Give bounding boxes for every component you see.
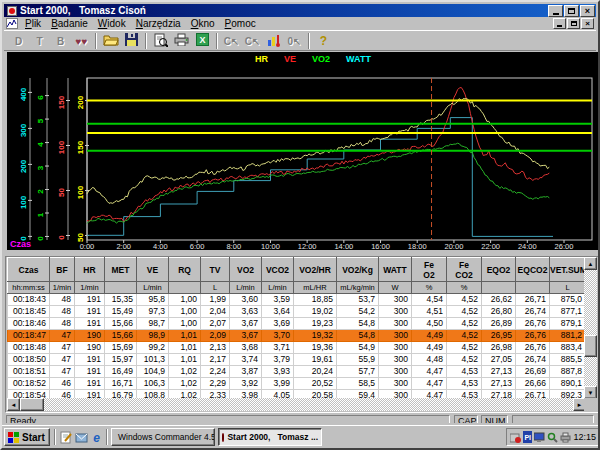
table-cell: 20,52	[294, 378, 337, 390]
task-button-start2000[interactable]: Start 2000, Tomasz ...	[218, 428, 322, 446]
menu-item-plik[interactable]: Plik	[20, 18, 46, 29]
legend-item-watt: WATT	[346, 54, 371, 64]
letter-b-icon: B	[57, 35, 64, 47]
menu-item-widok[interactable]: Widok	[93, 18, 131, 29]
column-header[interactable]: VCO2	[262, 258, 294, 282]
column-header[interactable]: Fe CO2	[447, 258, 482, 282]
table-cell: 2,24	[201, 366, 230, 378]
task-button-label: Windows Commander 4.51...	[118, 432, 215, 442]
table-cell: 4,54	[412, 294, 447, 306]
quick-launch-mail-icon[interactable]	[74, 430, 89, 445]
app-icon[interactable]	[7, 6, 17, 16]
tray-printer-icon[interactable]	[560, 431, 571, 443]
series-vo2-line	[87, 143, 549, 223]
help-icon: ?	[320, 34, 327, 48]
table-cell: 3,64	[262, 306, 294, 318]
temperature-button[interactable]	[263, 32, 284, 50]
table-row-selected[interactable]: 00:18:474719015,6698,91,012,093,673,7019…	[8, 330, 586, 342]
title-bar[interactable]: Start 2000, Tomasz Cisoń ×	[4, 4, 596, 17]
child-restore-button[interactable]	[567, 18, 580, 29]
vertical-scrollbar[interactable]: ▲ ▼	[584, 257, 597, 399]
close-button[interactable]: ×	[580, 5, 595, 17]
column-header[interactable]: VO2	[230, 258, 262, 282]
column-header[interactable]: VE	[137, 258, 169, 282]
excel-export-button[interactable]: X	[192, 32, 213, 50]
toolbar-separator	[216, 33, 218, 49]
column-header[interactable]: HR	[75, 258, 105, 282]
table-cell: 3,69	[262, 318, 294, 330]
column-unit: W	[379, 282, 412, 294]
child-close-button[interactable]: ×	[581, 18, 594, 29]
table-cell: 1,02	[169, 366, 201, 378]
table-cell: 1,99	[201, 294, 230, 306]
chart-document-icon[interactable]	[6, 18, 18, 29]
table-row[interactable]: 00:18:434819115,3595,81,001,993,603,5918…	[8, 294, 586, 306]
doc-b-button: B	[50, 32, 71, 50]
quick-launch-ie-icon[interactable]: e	[89, 430, 104, 445]
maximize-button[interactable]	[564, 5, 579, 17]
table-row[interactable]: 00:18:454819115,4997,31,002,043,633,6419…	[8, 306, 586, 318]
table-cell: 300	[379, 330, 412, 342]
chart-canvas[interactable]: 0100200300400012345605010015050100150200…	[7, 52, 599, 250]
column-header[interactable]: VO2/Kg	[337, 258, 379, 282]
table-row[interactable]: 00:18:524619116,71106,31,022,293,923,992…	[8, 378, 586, 390]
column-header[interactable]: VET.SUM	[550, 258, 586, 282]
column-unit: L	[201, 282, 230, 294]
x-tick-label: 12:00	[298, 242, 317, 250]
table-cell: 15,66	[105, 330, 137, 342]
tray-scheduler-icon[interactable]	[510, 431, 521, 443]
column-header[interactable]: Fe O2	[412, 258, 447, 282]
table-cell: 15,35	[105, 294, 137, 306]
menu-item-okno[interactable]: Okno	[186, 18, 220, 29]
table-cell: 99,2	[137, 342, 169, 354]
table-cell: 2,04	[201, 306, 230, 318]
child-minimize-button[interactable]	[553, 18, 566, 29]
column-header[interactable]: BF	[50, 258, 75, 282]
save-button[interactable]	[121, 32, 142, 50]
task-button-windows-commander[interactable]: Windows Commander 4.51...	[111, 428, 215, 446]
table-cell: 15,49	[105, 306, 137, 318]
table-cell: 877,1	[550, 306, 586, 318]
table-cell: 300	[379, 294, 412, 306]
horizontal-scrollbar[interactable]: ◄ ►	[7, 398, 586, 411]
minimize-button[interactable]	[548, 5, 563, 17]
quick-launch-notes-icon[interactable]	[59, 430, 74, 445]
legend-item-hr: HR	[255, 54, 268, 64]
start-button[interactable]: Start	[4, 428, 50, 446]
column-header[interactable]: Czas	[8, 258, 50, 282]
table-row[interactable]: 00:18:514719116,49104,91,022,243,873,932…	[8, 366, 586, 378]
table-cell: 00:18:45	[8, 306, 50, 318]
help-button[interactable]: ?	[313, 32, 334, 50]
scroll-left-button[interactable]: ◄	[7, 398, 20, 411]
table-cell: 3,67	[230, 330, 262, 342]
column-header[interactable]: TV	[201, 258, 230, 282]
tray-display-icon[interactable]	[534, 431, 545, 443]
print-preview-button[interactable]	[150, 32, 171, 50]
table-row[interactable]: 00:18:484719015,6999,21,012,133,683,7119…	[8, 342, 586, 354]
column-header[interactable]: WATT	[379, 258, 412, 282]
scroll-up-button[interactable]: ▲	[584, 257, 597, 270]
menu-item-badanie[interactable]: Badanie	[46, 18, 93, 29]
table-cell: 15,69	[105, 342, 137, 354]
print-button[interactable]	[171, 32, 192, 50]
vertical-scroll-thumb[interactable]	[584, 335, 597, 357]
open-button[interactable]	[100, 32, 121, 50]
table-row[interactable]: 00:18:464819115,6698,71,002,073,673,6919…	[8, 318, 586, 330]
tray-keyboard-layout-icon[interactable]: Pl	[523, 431, 532, 443]
column-header[interactable]: EQO2	[482, 258, 516, 282]
y-tick-label: 100	[19, 195, 28, 209]
tray-magnifier-icon[interactable]	[547, 431, 558, 443]
menu-item-narzedzia[interactable]: Narzędzia	[131, 18, 186, 29]
y-tick-label: 3	[36, 165, 45, 170]
x-tick-label: 18:00	[408, 242, 427, 250]
table-row[interactable]: 00:18:504719115,97101,31,012,173,743,791…	[8, 354, 586, 366]
menu-item-pomoc[interactable]: Pomoc	[220, 18, 261, 29]
horizontal-scroll-thumb[interactable]	[20, 398, 44, 411]
column-header[interactable]: EQCO2	[516, 258, 550, 282]
column-header[interactable]: MET	[105, 258, 137, 282]
taskbar-clock[interactable]: 12:15	[573, 432, 596, 442]
x-tick-label: 8:00	[226, 242, 241, 250]
column-header[interactable]: RQ	[169, 258, 201, 282]
column-header[interactable]: VO2/HR	[294, 258, 337, 282]
table-cell: 4,48	[412, 354, 447, 366]
